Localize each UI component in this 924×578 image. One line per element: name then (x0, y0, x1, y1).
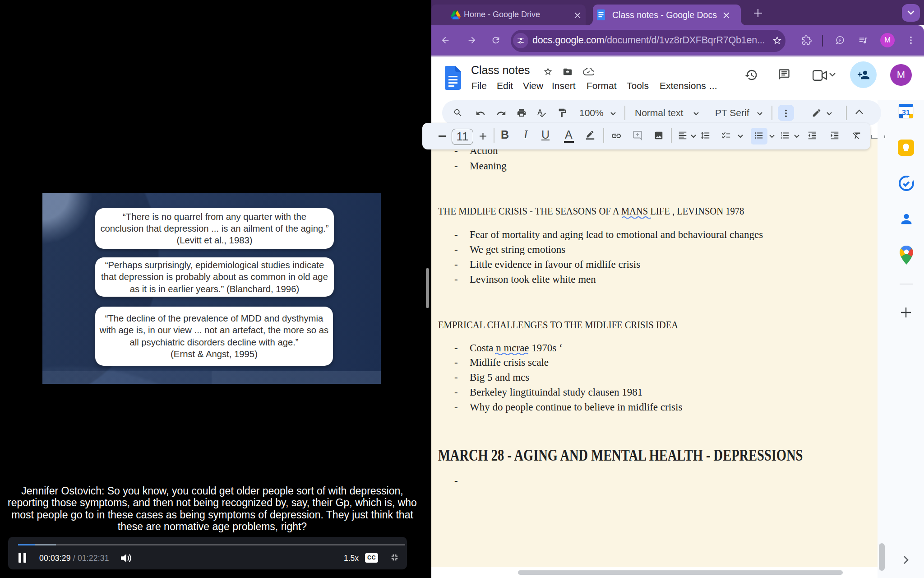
svg-text:31: 31 (902, 109, 910, 117)
